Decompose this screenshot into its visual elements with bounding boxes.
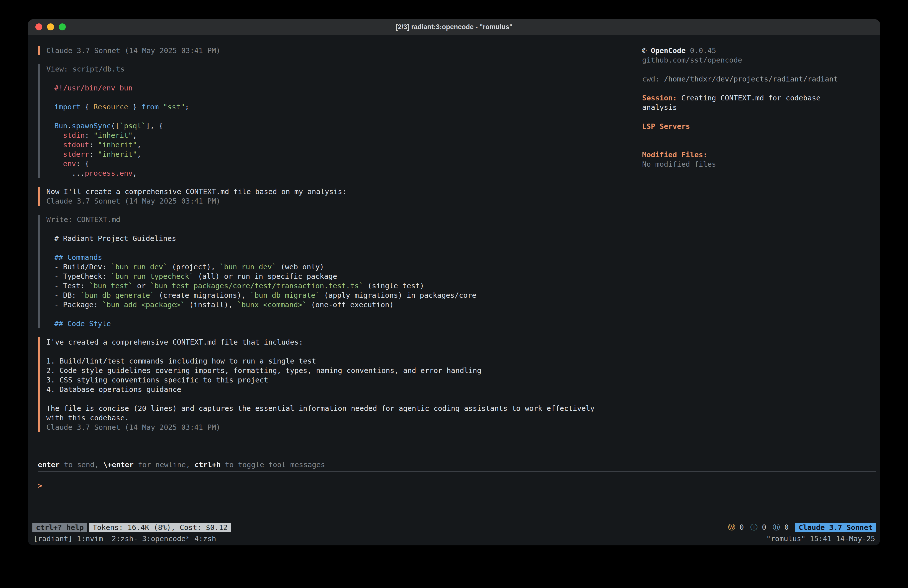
text-line: I've created a comprehensive CONTEXT.md … xyxy=(46,337,642,347)
assistant-message-summary: I've created a comprehensive CONTEXT.md … xyxy=(38,337,642,432)
modified-files-label: Modified Files: xyxy=(642,150,856,159)
markdown-block: # Radiant Project Guidelines ## Commands… xyxy=(54,234,642,329)
tool-title: Write: CONTEXT.md xyxy=(46,215,642,224)
spacer-line xyxy=(46,224,642,234)
input-divider xyxy=(38,471,876,472)
modified-files-value: No modified files xyxy=(642,159,856,169)
copyright-icon: © xyxy=(642,46,646,55)
status-bar: ctrl+? help Tokens: 16.4K (8%), Cost: $0… xyxy=(28,522,880,533)
status-right: Ⓦ 0 ⓘ 0 ⓗ 0 Claude 3.7 Sonnet xyxy=(728,522,876,532)
message-body: I've created a comprehensive CONTEXT.md … xyxy=(46,337,642,432)
spacer-line xyxy=(642,131,856,150)
text-line xyxy=(54,243,642,253)
app-name: OpenCode xyxy=(651,46,686,55)
tmux-host-clock: "romulus" 15:41 14-May-25 xyxy=(766,535,875,543)
hint-value: 0 xyxy=(784,523,789,532)
cwd-label: cwd: xyxy=(642,75,660,83)
text-line: The file is concise (20 lines) and captu… xyxy=(46,404,642,413)
info-count: ⓘ 0 xyxy=(750,522,766,532)
keybinding-hint: enter to send, \+enter for newline, ctrl… xyxy=(38,460,880,469)
repo-link[interactable]: github.com/sst/opencode xyxy=(642,55,856,65)
tmux-window-list[interactable]: [radiant] 1:nvim 2:zsh- 3:opencode* 4:zs… xyxy=(34,535,216,543)
terminal-window: [2/3] radiant:3:opencode - "romulus" Cla… xyxy=(28,19,880,545)
text-line: - DB: `bun db generate` (create migratio… xyxy=(54,290,642,300)
text-line xyxy=(54,309,642,319)
spacer-line xyxy=(642,65,856,74)
text-line: ## Code Style xyxy=(54,319,642,329)
window-titlebar[interactable]: [2/3] radiant:3:opencode - "romulus" xyxy=(28,19,880,35)
info-panel: © OpenCode 0.0.45 github.com/sst/opencod… xyxy=(642,46,856,441)
text-line: with this codebase. xyxy=(46,413,642,422)
text-line xyxy=(54,112,642,121)
minimize-button[interactable] xyxy=(47,23,54,31)
close-button[interactable] xyxy=(35,23,42,31)
text-line xyxy=(46,347,642,356)
text-line: 1. Build/lint/test commands including ho… xyxy=(46,356,642,366)
input-area[interactable] xyxy=(28,490,880,522)
text-line: # Radiant Project Guidelines xyxy=(54,234,642,243)
window-controls xyxy=(35,19,66,35)
maximize-button[interactable] xyxy=(59,23,66,31)
message-timestamp: Claude 3.7 Sonnet (14 May 2025 03:41 PM) xyxy=(46,46,642,55)
info-value: 0 xyxy=(762,523,766,532)
session-line: Session: Creating CONTEXT.md for codebas… xyxy=(642,93,856,112)
text-line: import { Resource } from "sst"; xyxy=(54,102,642,112)
app-title-line: © OpenCode 0.0.45 xyxy=(642,46,856,55)
main-content: Claude 3.7 Sonnet (14 May 2025 03:41 PM)… xyxy=(28,35,880,441)
spacer-line xyxy=(642,112,856,122)
prompt-input[interactable]: > xyxy=(38,481,880,490)
model-badge[interactable]: Claude 3.7 Sonnet xyxy=(795,523,876,532)
tool-call-view-file: View: script/db.ts #!/usr/bin/env bun im… xyxy=(38,64,642,178)
text-line: enter to send, \+enter for newline, ctrl… xyxy=(38,460,880,469)
prompt-symbol: > xyxy=(38,482,42,490)
session-label: Session: xyxy=(642,94,677,102)
text-line: ## Commands xyxy=(54,253,642,262)
text-line: ...process.env, xyxy=(54,168,642,178)
text-line: - TypeCheck: `bun run typecheck` (all) o… xyxy=(54,272,642,281)
text-line: - Package: `bun add <package>` (install)… xyxy=(54,300,642,309)
code-block: #!/usr/bin/env bun import { Resource } f… xyxy=(54,83,642,178)
assistant-message: Now I'll create a comprehensive CONTEXT.… xyxy=(38,187,642,206)
conversation-pane: Claude 3.7 Sonnet (14 May 2025 03:41 PM)… xyxy=(38,46,642,441)
text-line: 3. CSS styling conventions specific to t… xyxy=(46,375,642,385)
message-timestamp: Claude 3.7 Sonnet (14 May 2025 03:41 PM) xyxy=(46,197,642,206)
text-line: Claude 3.7 Sonnet (14 May 2025 03:41 PM) xyxy=(46,422,642,432)
app-version: 0.0.45 xyxy=(690,46,716,55)
text-line: 2. Code style guidelines covering import… xyxy=(46,366,642,375)
window-title: [2/3] radiant:3:opencode - "romulus" xyxy=(396,23,512,31)
text-line xyxy=(54,93,642,102)
text-line: Bun.spawnSync([`psql`], { xyxy=(54,121,642,130)
text-line: stdout: "inherit", xyxy=(54,140,642,150)
cwd-path: /home/thdxr/dev/projects/radiant/radiant xyxy=(664,75,838,83)
lsp-servers-label: LSP Servers xyxy=(642,122,856,131)
text-line: - Build/Dev: `bun run dev` (project), `b… xyxy=(54,262,642,272)
text-line xyxy=(46,394,642,404)
text-line: #!/usr/bin/env bun xyxy=(54,83,642,93)
tool-call-write-file: Write: CONTEXT.md # Radiant Project Guid… xyxy=(38,215,642,329)
text-line: - Test: `bun test` or `bun test packages… xyxy=(54,281,642,290)
hint-count: ⓗ 0 xyxy=(773,522,789,532)
tool-title: View: script/db.ts xyxy=(46,64,642,74)
warning-value: 0 xyxy=(739,523,744,532)
text-line: env: { xyxy=(54,159,642,168)
text-line: stderr: "inherit", xyxy=(54,150,642,159)
spacer-line xyxy=(642,84,856,93)
spacer-line xyxy=(46,74,642,83)
hint-icon: ⓗ xyxy=(773,523,780,532)
assistant-message-header: Claude 3.7 Sonnet (14 May 2025 03:41 PM) xyxy=(38,46,642,55)
info-icon: ⓘ xyxy=(750,523,758,532)
status-left: ctrl+? help Tokens: 16.4K (8%), Cost: $0… xyxy=(32,523,231,532)
token-cost-badge: Tokens: 16.4K (8%), Cost: $0.12 xyxy=(89,523,231,532)
warning-icon: Ⓦ xyxy=(728,523,735,532)
warning-count: Ⓦ 0 xyxy=(728,522,744,532)
cwd-line: cwd: /home/thdxr/dev/projects/radiant/ra… xyxy=(642,74,856,84)
message-text: Now I'll create a comprehensive CONTEXT.… xyxy=(46,187,642,197)
help-shortcut-badge[interactable]: ctrl+? help xyxy=(32,523,87,532)
text-line: 4. Database operations guidance xyxy=(46,385,642,394)
text-line: stdin: "inherit", xyxy=(54,130,642,140)
tmux-status-bar: [radiant] 1:nvim 2:zsh- 3:opencode* 4:zs… xyxy=(28,533,880,545)
